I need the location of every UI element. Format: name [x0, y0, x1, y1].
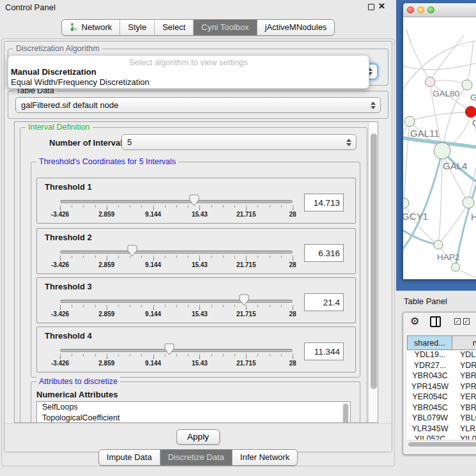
combo-arrows-icon [371, 102, 376, 109]
tab-discretize-data[interactable]: Discretize Data [160, 450, 232, 465]
node-gcy1[interactable] [403, 198, 409, 208]
threshold-slider-thumb[interactable] [127, 245, 137, 257]
slider-tick-labels: -3.4262.8599.14415.4321.71528 [60, 311, 293, 318]
network-icon [70, 22, 79, 32]
table-row[interactable]: YPR145WYPR1 [407, 382, 476, 393]
minimize-traffic-light-icon[interactable] [417, 6, 424, 13]
list-scrollbar[interactable] [342, 403, 349, 423]
threshold-label: Threshold 4 [45, 331, 92, 341]
table-row[interactable]: YBR043CYBR0 [407, 371, 476, 382]
node-label: GA [470, 93, 476, 102]
bottom-tab-bar: Impute Data Discretize Data Infer Networ… [0, 449, 396, 466]
node-gal4[interactable] [434, 142, 450, 159]
tab-cyni-toolbox[interactable]: Cyni Toolbox [193, 20, 256, 35]
tab-select[interactable]: Select [154, 20, 193, 35]
list-item[interactable]: SelfLoops [37, 402, 350, 413]
interval-definition-group: Interval Definition Number of Intervals … [20, 127, 367, 423]
table-horizontal-scrollbar[interactable] [407, 440, 476, 447]
network-view-window: GAL80 GA GAL11 GAL4 GCY1 H HAP2 C [403, 3, 476, 279]
zoom-traffic-light-icon[interactable] [427, 6, 434, 13]
checkbox-icon[interactable]: ✓ [463, 318, 470, 325]
network-window-titlebar[interactable] [403, 3, 476, 17]
column-header-shared-name[interactable]: shared... [407, 335, 452, 350]
thresholds-group: Threshold's Coordinates for 5 Intervals … [31, 162, 360, 378]
threshold-slider-track[interactable] [60, 200, 293, 203]
checkbox-icon[interactable]: ✓ [454, 318, 461, 325]
table-header-row: shared... na [407, 335, 476, 350]
threshold-label: Threshold 3 [45, 282, 92, 291]
table-panel: Table Panel ⚙ ✓ ✓ shared... na YDL19...Y… [396, 291, 476, 476]
desktop-right-region: GAL80 GA GAL11 GAL4 GCY1 H HAP2 C Table … [396, 0, 476, 476]
tab-network[interactable]: Network [62, 20, 120, 35]
table-row[interactable]: YBL079WYBL0 [407, 413, 476, 424]
gear-icon[interactable]: ⚙ [410, 315, 419, 327]
table-body: YDL19...YDL1 YDR27...YDR2 YBR043CYBR0 YP… [407, 350, 476, 440]
table-row[interactable]: YDL19...YDL1 [407, 350, 476, 361]
threshold-slider-track[interactable] [60, 300, 293, 303]
threshold-slider-thumb[interactable] [239, 294, 249, 306]
table-row[interactable]: YIL052CYIL0 [407, 434, 476, 440]
slider-tick-labels: -3.4262.8599.14415.4321.71528 [60, 211, 293, 219]
column-header-name[interactable]: na [452, 335, 476, 350]
popup-item-equal-width-frequency[interactable]: Equal Width/Frequency Discretization [10, 77, 367, 87]
float-window-icon[interactable] [368, 4, 374, 10]
algorithm-popup: Select algorithm to view settings Manual… [8, 55, 369, 89]
node-label: GCY1 [403, 211, 428, 222]
tab-infer-network[interactable]: Infer Network [232, 450, 297, 465]
threshold-slider-thumb[interactable] [164, 343, 174, 355]
node-label: GAL11 [410, 128, 440, 139]
interval-definition-title: Interval Definition [26, 123, 93, 132]
table-row[interactable]: YDR27...YDR2 [407, 361, 476, 372]
popup-hint: Select algorithm to view settings [8, 58, 369, 67]
node-gal11[interactable] [404, 116, 415, 127]
apply-button[interactable]: Apply [176, 429, 220, 445]
thresholds-title: Threshold's Coordinates for 5 Intervals [36, 157, 178, 166]
numerical-attributes-label: Numerical Attributes [36, 390, 118, 399]
table-row[interactable]: YBR045CYBR0 [407, 403, 476, 414]
list-item[interactable]: TopologicalCoefficient [37, 413, 350, 423]
top-tab-bar: Network Style Select Cyni Toolbox jActiv… [0, 19, 396, 36]
columns-icon[interactable] [430, 316, 441, 327]
threshold-value-field[interactable]: 21.4 [304, 293, 344, 311]
node-gal80[interactable] [426, 77, 435, 87]
threshold-value-field[interactable]: 6.316 [304, 244, 344, 262]
table-row[interactable]: YER054CYER0 [407, 392, 476, 403]
table-row[interactable]: YLR345WYLR3 [407, 424, 476, 435]
number-of-intervals-combobox[interactable]: 5 [121, 134, 357, 150]
threshold-label: Threshold 2 [45, 233, 92, 242]
close-traffic-light-icon[interactable] [407, 6, 414, 13]
number-of-intervals-label: Number of Intervals [49, 138, 127, 148]
control-panel-titlebar: Control Panel ✕ [0, 0, 396, 14]
slider-tick-labels: -3.4262.8599.14415.4321.71528 [60, 261, 293, 269]
node[interactable] [462, 80, 472, 90]
table-panel-title: Table Panel [404, 296, 447, 306]
apply-row: Apply [4, 423, 392, 452]
attributes-group: Attributes to discretize Numerical Attri… [31, 381, 360, 423]
tab-jactivemnodules[interactable]: jActiveMNodules [257, 20, 335, 35]
node[interactable] [452, 263, 460, 272]
node-label: HAP2 [437, 252, 459, 262]
slider-minor-ticks [60, 354, 293, 357]
threshold-panel-2: Threshold 2 -3.4262.8599.14415.4321.7152… [36, 228, 356, 274]
network-canvas[interactable]: GAL80 GA GAL11 GAL4 GCY1 H HAP2 C [403, 17, 476, 279]
slider-minor-ticks [60, 205, 293, 208]
table-data-combobox[interactable]: galFiltered.sif default node [15, 97, 381, 113]
settings-scrollbar[interactable] [368, 122, 378, 422]
popup-item-manual-discretization[interactable]: Manual Discretization [10, 67, 367, 77]
tab-impute-data[interactable]: Impute Data [99, 450, 160, 465]
threshold-value-field[interactable]: 11.344 [304, 342, 344, 360]
number-of-intervals-value: 5 [127, 137, 132, 147]
node-selected-red[interactable] [466, 107, 476, 118]
threshold-slider-thumb[interactable] [189, 194, 199, 206]
tab-style[interactable]: Style [119, 20, 154, 35]
close-icon[interactable]: ✕ [378, 1, 385, 11]
table-data-value: galFiltered.sif default node [21, 100, 118, 110]
node[interactable] [463, 197, 474, 208]
slider-tick-labels: -3.4262.8599.14415.4321.71528 [60, 360, 293, 367]
threshold-slider-track[interactable] [60, 250, 293, 254]
node-hap2[interactable] [434, 240, 443, 249]
node-label: GAL4 [443, 160, 467, 171]
network-graph [403, 17, 476, 279]
threshold-value-field[interactable]: 14.713 [304, 194, 344, 211]
threshold-slider-track[interactable] [60, 349, 293, 352]
